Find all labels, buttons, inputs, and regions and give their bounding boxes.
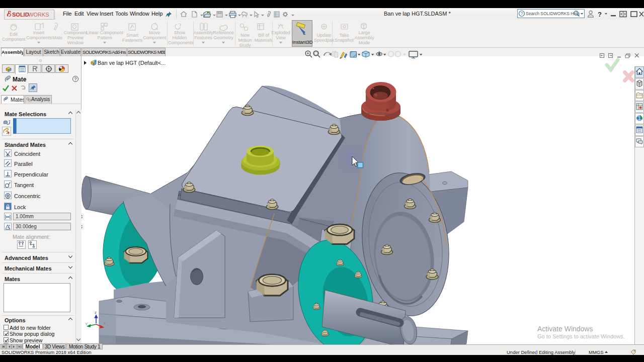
svg-text:x: x (104, 321, 106, 325)
svg-text:WORKS: WORKS (28, 12, 49, 18)
svg-text:?: ? (520, 11, 523, 16)
svg-text:Y: Y (85, 322, 88, 326)
svg-text:Search SOLIDWORKS Help: Search SOLIDWORKS Help (526, 11, 580, 16)
svg-text:z: z (95, 310, 97, 315)
svg-text:SOLID: SOLID (12, 12, 29, 18)
svg-text:?: ? (598, 11, 602, 18)
